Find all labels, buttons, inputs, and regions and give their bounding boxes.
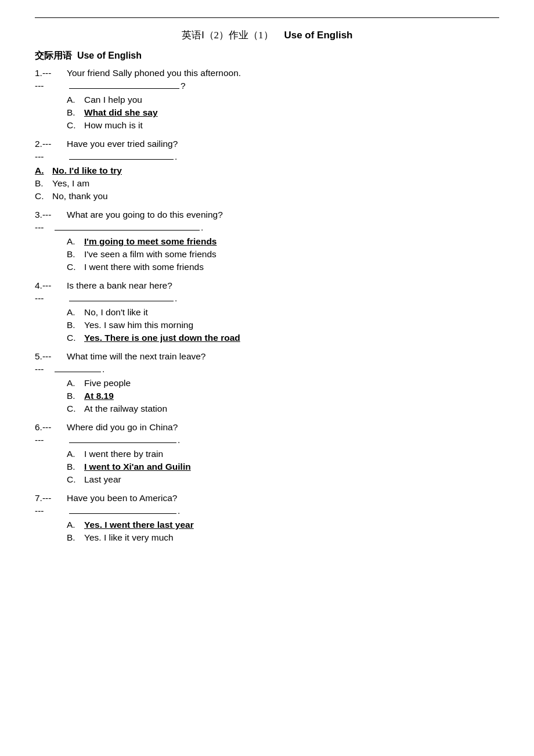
q3-text: What are you going to do this evening? [67,210,499,220]
q4-opt-c-text: Yes. There is one just down the road [84,333,499,343]
q3-opt-b-text: I've seen a film with some friends [84,249,499,260]
q2-text: Have you ever tried sailing? [67,139,499,149]
question-1: 1.--- Your friend Sally phoned you this … [35,68,499,131]
q6-opt-b-label: B. [67,462,84,472]
question-4-prompt: 4.--- Is there a bank near here? [35,280,499,291]
q5-option-b: B. At 8.19 [67,391,499,401]
q1-opt-c-text: How much is it [84,120,499,131]
q2-blank [69,159,174,160]
q5-option-c: C. At the railway station [67,404,499,414]
q2-opt-a-label: A. [35,165,52,176]
q6-options: A. I went there by train B. I went to Xi… [67,449,499,485]
q1-opt-a-label: A. [67,95,84,105]
q3-option-c: C. I went there with some friends [67,262,499,272]
q1-blank [69,88,179,89]
q3-blank-line: --- . [35,222,499,233]
q4-options: A. No, I don't like it B. Yes. I saw him… [67,307,499,343]
q3-blank-dash: --- [35,222,52,233]
q6-blank [69,442,176,443]
question-2-prompt: 2.--- Have you ever tried sailing? [35,139,499,149]
page-title: 英语Ⅰ（2）作业（1） Use of English [35,28,499,42]
q4-num: 4.--- [35,280,67,291]
q4-opt-a-label: A. [67,307,84,318]
q5-num: 5.--- [35,351,67,362]
q2-blank-end: . [175,152,177,162]
q5-opt-c-label: C. [67,404,84,414]
question-1-prompt: 1.--- Your friend Sally phoned you this … [35,68,499,78]
q3-num: 3.--- [35,210,67,220]
q4-option-b: B. Yes. I saw him this morning [67,320,499,330]
q7-num: 7.--- [35,493,67,503]
q5-opt-a-label: A. [67,378,84,388]
q6-option-b: B. I went to Xi'an and Guilin [67,462,499,472]
q1-option-b: B. What did she say [67,107,499,118]
q7-option-a: A. Yes. I went there last year [67,520,499,530]
q5-blank-line: --- . [35,364,499,375]
q4-option-a: A. No, I don't like it [67,307,499,318]
q6-opt-b-text: I went to Xi'an and Guilin [84,462,499,472]
q3-opt-a-label: A. [67,236,84,247]
q5-blank [55,372,101,372]
q2-option-b: B. Yes, I am [35,178,499,189]
q4-opt-b-text: Yes. I saw him this morning [84,320,499,330]
question-3-prompt: 3.--- What are you going to do this even… [35,210,499,220]
q2-blank-dash: --- [35,152,67,162]
q1-num: 1.--- [35,68,67,78]
q5-opt-b-label: B. [67,391,84,401]
q6-blank-line: --- . [35,435,499,445]
q7-opt-a-label: A. [67,520,84,530]
question-7: 7.--- Have you been to America? --- . A.… [35,493,499,543]
q1-opt-a-text: Can I help you [84,95,499,105]
q6-blank-dash: --- [35,435,67,445]
question-7-prompt: 7.--- Have you been to America? [35,493,499,503]
q7-opt-b-text: Yes. I like it very much [84,532,499,543]
question-6-prompt: 6.--- Where did you go in China? [35,422,499,433]
q7-option-b: B. Yes. I like it very much [67,532,499,543]
q1-text: Your friend Sally phoned you this aftern… [67,68,499,78]
q4-option-c: C. Yes. There is one just down the road [67,333,499,343]
q7-options: A. Yes. I went there last year B. Yes. I… [67,520,499,543]
q6-option-a: A. I went there by train [67,449,499,459]
q4-blank-line: --- . [35,293,499,304]
question-5-prompt: 5.--- What time will the next train leav… [35,351,499,362]
question-3: 3.--- What are you going to do this even… [35,210,499,272]
q5-text: What time will the next train leave? [67,351,499,362]
q6-blank-end: . [178,435,180,445]
q3-option-b: B. I've seen a film with some friends [67,249,499,260]
q1-option-a: A. Can I help you [67,95,499,105]
q2-opt-b-text: Yes, I am [52,178,499,189]
q1-blank-line: --- ? [35,81,499,91]
q6-text: Where did you go in China? [67,422,499,433]
question-4: 4.--- Is there a bank near here? --- . A… [35,280,499,343]
q5-opt-c-text: At the railway station [84,404,499,414]
q2-opt-c-text: No, thank you [52,191,499,201]
q2-opt-a-text: No. I'd like to try [52,165,499,176]
q1-opt-b-label: B. [67,107,84,118]
q1-opt-b-text: What did she say [84,107,499,118]
q1-option-c: C. How much is it [67,120,499,131]
q3-blank [55,230,200,231]
q2-blank-line: --- . [35,152,499,162]
q1-opt-c-label: C. [67,120,84,131]
q5-option-a: A. Five people [67,378,499,388]
q3-opt-b-label: B. [67,249,84,260]
section-header: 交际用语 Use of English [35,50,499,62]
section-english: Use of English [77,51,142,60]
q2-options: A. No. I'd like to try B. Yes, I am C. N… [35,165,499,201]
q3-opt-a-text: I'm going to meet some friends [84,236,499,247]
q7-opt-b-label: B. [67,532,84,543]
q4-opt-a-text: No, I don't like it [84,307,499,318]
q6-num: 6.--- [35,422,67,433]
q2-opt-c-label: C. [35,191,52,201]
q3-options: A. I'm going to meet some friends B. I'v… [67,236,499,272]
q4-opt-c-label: C. [67,333,84,343]
q7-blank-dash: --- [35,506,67,516]
question-2: 2.--- Have you ever tried sailing? --- .… [35,139,499,201]
q6-option-c: C. Last year [67,474,499,485]
q3-opt-c-label: C. [67,262,84,272]
q6-opt-c-label: C. [67,474,84,485]
q7-opt-a-text: Yes. I went there last year [84,520,499,530]
q5-options: A. Five people B. At 8.19 C. At the rail… [67,378,499,414]
q2-option-a: A. No. I'd like to try [35,165,499,176]
q6-opt-c-text: Last year [84,474,499,485]
